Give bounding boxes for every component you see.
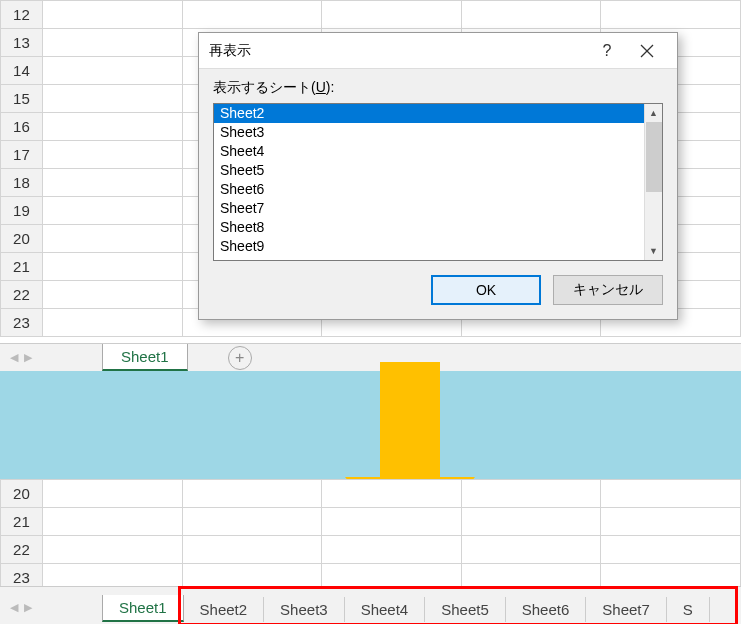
chevron-right-icon: ▶ [24,601,32,614]
cell[interactable] [42,113,182,141]
chevron-right-icon: ▶ [24,351,32,364]
cell[interactable] [42,508,182,536]
cell[interactable] [601,508,741,536]
cell[interactable] [322,480,462,508]
list-item[interactable]: Sheet7 [214,199,644,218]
ok-button[interactable]: OK [431,275,541,305]
cell[interactable] [42,480,182,508]
row-header[interactable]: 15 [1,85,43,113]
cell[interactable] [42,29,182,57]
cell[interactable] [461,1,601,29]
help-button[interactable]: ? [587,33,627,69]
unhide-dialog: 再表示 ? 表示するシート(U): Sheet2 Sheet3 Sheet4 S… [198,32,678,320]
list-item[interactable]: Sheet5 [214,161,644,180]
cell[interactable] [42,85,182,113]
scrollbar[interactable]: ▲ ▼ [644,104,662,260]
list-item[interactable]: Sheet3 [214,123,644,142]
cell[interactable] [42,197,182,225]
cell[interactable] [322,536,462,564]
cell[interactable] [461,508,601,536]
add-sheet-button[interactable]: + [228,346,252,370]
close-icon [640,44,654,58]
cell[interactable] [42,536,182,564]
plus-icon: + [235,349,244,367]
row-header[interactable]: 14 [1,57,43,85]
grid-bottom: 20 21 22 23 [0,479,741,592]
cell[interactable] [42,225,182,253]
list-item[interactable]: Sheet9 [214,237,644,256]
row-header[interactable]: 17 [1,141,43,169]
sheet-tab[interactable]: S [667,597,710,622]
cell[interactable] [42,281,182,309]
row-header[interactable]: 16 [1,113,43,141]
row-header[interactable]: 18 [1,169,43,197]
scroll-down-icon[interactable]: ▼ [645,242,662,260]
cell[interactable] [182,536,322,564]
row-header[interactable]: 20 [1,480,43,508]
cell[interactable] [42,57,182,85]
chevron-left-icon: ◀ [10,351,18,364]
cancel-button[interactable]: キャンセル [553,275,663,305]
sheet-tab[interactable]: Sheet6 [506,597,587,622]
dialog-buttons: OK キャンセル [213,275,663,305]
chevron-left-icon: ◀ [10,601,18,614]
spreadsheet-after: 20 21 22 23 ◀▶ Sheet1 Sheet2 Sheet3 Shee… [0,479,741,624]
cell[interactable] [322,508,462,536]
sheet-tab[interactable]: Sheet7 [586,597,667,622]
tab-nav-arrows[interactable]: ◀▶ [0,351,42,364]
sheet-listbox[interactable]: Sheet2 Sheet3 Sheet4 Sheet5 Sheet6 Sheet… [213,103,663,261]
dialog-titlebar[interactable]: 再表示 ? [199,33,677,69]
row-header[interactable]: 22 [1,281,43,309]
tab-nav-arrows[interactable]: ◀▶ [0,601,42,614]
dialog-title: 再表示 [209,42,587,60]
row-header[interactable]: 13 [1,29,43,57]
sheet-tab[interactable]: Sheet2 [184,597,265,622]
cell[interactable] [42,141,182,169]
listbox-label: 表示するシート(U): [213,79,663,97]
sheet-tab[interactable]: Sheet4 [345,597,426,622]
list-item[interactable]: Sheet8 [214,218,644,237]
cell[interactable] [182,1,322,29]
scroll-up-icon[interactable]: ▲ [645,104,662,122]
cell[interactable] [182,508,322,536]
sheet-tab-active[interactable]: Sheet1 [102,344,188,371]
row-header[interactable]: 23 [1,309,43,337]
cell[interactable] [601,480,741,508]
row-header[interactable]: 19 [1,197,43,225]
cell[interactable] [601,1,741,29]
list-item[interactable]: Sheet4 [214,142,644,161]
cell[interactable] [461,536,601,564]
list-item[interactable]: Sheet6 [214,180,644,199]
close-button[interactable] [627,33,667,69]
cell[interactable] [461,480,601,508]
row-header[interactable]: 21 [1,508,43,536]
cell[interactable] [42,309,182,337]
row-header[interactable]: 12 [1,1,43,29]
row-header[interactable]: 21 [1,253,43,281]
cell[interactable] [601,536,741,564]
sheet-tab[interactable]: Sheet5 [425,597,506,622]
cell[interactable] [42,1,182,29]
sheet-tab[interactable]: Sheet3 [264,597,345,622]
sheet-tab[interactable]: Sheet1 [102,595,184,622]
cell[interactable] [42,169,182,197]
row-header[interactable]: 22 [1,536,43,564]
dialog-body: 表示するシート(U): Sheet2 Sheet3 Sheet4 Sheet5 … [199,69,677,319]
cell[interactable] [42,253,182,281]
cell[interactable] [182,480,322,508]
scroll-thumb[interactable] [646,122,662,192]
row-header[interactable]: 20 [1,225,43,253]
sheet-tab-bar-after: ◀▶ Sheet1 Sheet2 Sheet3 Sheet4 Sheet5 Sh… [0,586,741,624]
cell[interactable] [322,1,462,29]
list-item[interactable]: Sheet2 [214,104,644,123]
